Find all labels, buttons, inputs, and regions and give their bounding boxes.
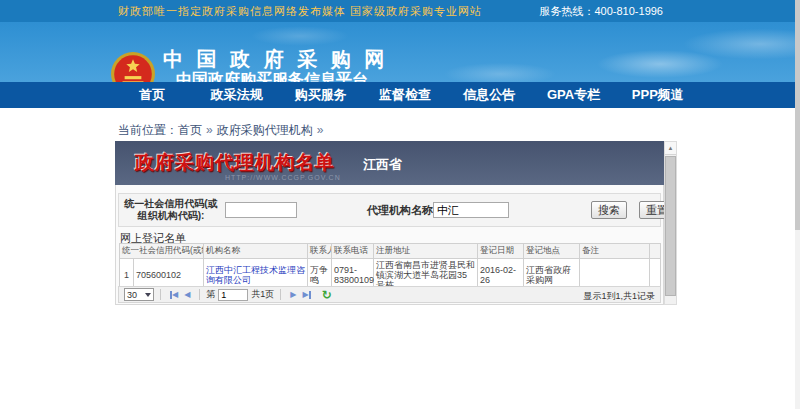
total-pages-label: 共1页	[251, 288, 274, 301]
refresh-icon[interactable]: ↻	[322, 289, 332, 301]
agency-name-input[interactable]	[433, 202, 509, 218]
nav-item-regulations[interactable]: 政采法规	[194, 82, 278, 108]
pagination-bar: 30 ◀ ◀ 第 共1页 ▶ ▶ ↻ 显示1到1,共1记录	[118, 286, 661, 303]
col-header-phone: 联系电话	[332, 244, 374, 259]
breadcrumb-separator: »	[206, 123, 213, 137]
frame-scrollbar[interactable]: ▲	[664, 141, 677, 305]
page-size-select[interactable]: 30	[124, 288, 154, 301]
credit-code-label: 统一社会信用代码(或组织机构代码):	[121, 198, 221, 222]
col-header-org-name: 机构名称	[204, 244, 308, 259]
table-header-row: 统一社会信用代码(或组织机构代码) 机构名称 联系人 联系电话 注册地址 登记日…	[120, 244, 661, 259]
page-scrollbar-thumb[interactable]	[795, 0, 800, 230]
nav-items: 首页 政采法规 购买服务 监督检查 信息公告 GPA专栏 PPP频道	[110, 82, 700, 108]
col-header-contact: 联系人	[308, 244, 332, 259]
chevron-down-icon	[145, 293, 151, 297]
col-header-reg-place: 登记地点	[524, 244, 580, 259]
current-page-input[interactable]	[218, 289, 248, 301]
page-prefix-label: 第	[206, 288, 215, 301]
site-header: 中 国 政 府 采 购 网 中国政府购买服务信息平台 www.ccgp.gov.…	[0, 22, 800, 82]
banner-title: 政府采购代理机构名单	[135, 150, 335, 176]
nav-item-home[interactable]: 首页	[110, 82, 194, 108]
breadcrumb: 当前位置：首页»政府采购代理机构»	[118, 122, 327, 139]
page-size-value: 30	[127, 290, 137, 300]
pager-divider	[280, 289, 281, 300]
section-banner: 政府采购代理机构名单 江西省 HTTP://WWW.CCGP.GOV.CN	[115, 141, 664, 185]
nav-item-announcements[interactable]: 信息公告	[447, 82, 531, 108]
last-page-icon[interactable]: ▶	[302, 290, 310, 299]
page: 财政部唯一指定政府采购信息网络发布媒体 国家级政府采购专业网站 服务热线：400…	[0, 0, 800, 409]
prev-page-icon[interactable]: ◀	[184, 290, 190, 299]
col-header-empty	[650, 244, 661, 259]
main-nav: 首页 政采法规 购买服务 监督检查 信息公告 GPA专栏 PPP频道	[0, 82, 800, 108]
breadcrumb-separator: »	[317, 123, 324, 137]
col-header-address: 注册地址	[374, 244, 478, 259]
banner-region: 江西省	[363, 156, 402, 174]
breadcrumb-current-link[interactable]: 政府采购代理机构	[217, 123, 313, 137]
page-scrollbar[interactable]	[795, 0, 800, 409]
pager-divider	[160, 289, 161, 300]
breadcrumb-prefix: 当前位置：	[118, 123, 178, 137]
site-tagline: 财政部唯一指定政府采购信息网络发布媒体 国家级政府采购专业网站	[118, 4, 482, 19]
banner-small-url: HTTP://WWW.CCGP.GOV.CN	[225, 174, 341, 181]
nav-item-ppp[interactable]: PPP频道	[616, 82, 700, 108]
agency-table: 统一社会信用代码(或组织机构代码) 机构名称 联系人 联系电话 注册地址 登记日…	[119, 243, 661, 292]
credit-code-input[interactable]	[225, 202, 297, 218]
content-panel: 统一社会信用代码(或组织机构代码): 代理机构名称： 搜索 重置 网上登记名单 …	[115, 185, 664, 305]
scroll-up-arrow-icon[interactable]: ▲	[665, 142, 676, 155]
pager-divider	[199, 289, 200, 300]
top-bar: 财政部唯一指定政府采购信息网络发布媒体 国家级政府采购专业网站 服务热线：400…	[0, 0, 800, 22]
site-title: 中 国 政 府 采 购 网	[163, 48, 381, 70]
nav-item-supervision[interactable]: 监督检查	[363, 82, 447, 108]
col-header-reg-date: 登记日期	[478, 244, 524, 259]
col-header-credit-code: 统一社会信用代码(或组织机构代码)	[120, 244, 204, 259]
first-page-icon[interactable]: ◀	[170, 290, 178, 299]
records-summary: 显示1到1,共1记录	[583, 290, 655, 303]
org-name-link[interactable]: 江西中汇工程技术监理咨询有限公司	[206, 265, 305, 285]
next-page-icon[interactable]: ▶	[290, 290, 296, 299]
breadcrumb-home-link[interactable]: 首页	[178, 123, 202, 137]
service-hotline: 服务热线：400-810-1996	[539, 4, 663, 19]
col-header-remark: 备注	[580, 244, 650, 259]
frame-scrollbar-thumb[interactable]	[665, 156, 676, 296]
search-button[interactable]: 搜索	[591, 201, 627, 219]
nav-item-purchase-services[interactable]: 购买服务	[279, 82, 363, 108]
search-form: 统一社会信用代码(或组织机构代码): 代理机构名称： 搜索 重置	[118, 193, 661, 227]
nav-item-gpa[interactable]: GPA专栏	[531, 82, 615, 108]
